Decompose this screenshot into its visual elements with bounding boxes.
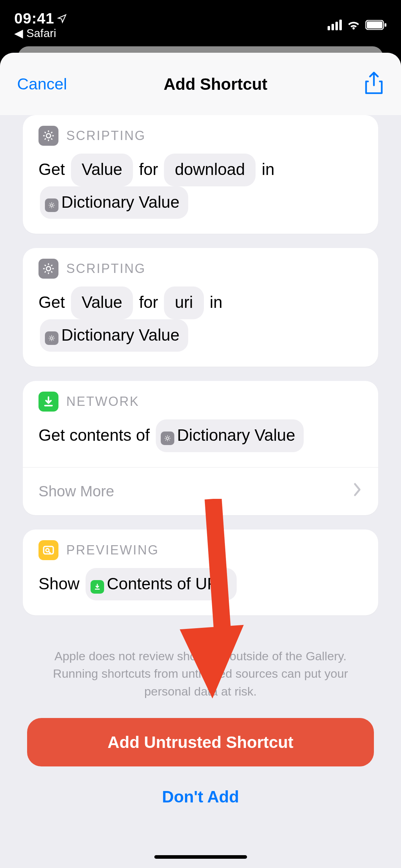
dont-add-button[interactable]: Don't Add [23, 782, 378, 811]
action-description: Get contents of Dictionary Value [38, 419, 363, 452]
add-untrusted-shortcut-button[interactable]: Add Untrusted Shortcut [27, 718, 374, 766]
show-more-row[interactable]: Show More [23, 467, 378, 515]
untrusted-warning-text: Apple does not review shortcuts outside … [23, 630, 378, 718]
value-token[interactable]: Value [71, 154, 133, 186]
action-card-get-value-uri: SCRIPTING Get Value for uri in Dictionar… [23, 248, 378, 367]
action-card-show-preview: PREVIEWING Show Contents of URL [23, 529, 378, 616]
modal-title: Add Shortcut [164, 74, 267, 94]
status-time: 09:41 [14, 10, 54, 27]
home-indicator[interactable] [154, 855, 247, 859]
svg-point-6 [51, 337, 53, 339]
action-description: Get Value for download in Dictionary Val… [38, 154, 363, 219]
chevron-right-icon [353, 482, 363, 500]
action-description: Show Contents of URL [38, 568, 363, 601]
category-label: SCRIPTING [66, 128, 146, 143]
dictionary-value-token[interactable]: Dictionary Value [40, 186, 188, 219]
svg-rect-1 [367, 21, 382, 29]
svg-point-3 [46, 134, 51, 138]
status-bar: 09:41 ◀ Safari [0, 0, 401, 50]
svg-point-5 [46, 267, 51, 271]
key-token[interactable]: download [164, 154, 256, 186]
gear-icon [38, 126, 58, 146]
add-shortcut-modal: Cancel Add Shortcut SCRIPTING [0, 53, 401, 868]
contents-of-url-token[interactable]: Contents of URL [86, 568, 237, 601]
action-description: Get Value for uri in Dictionary Value [38, 286, 363, 352]
action-card-get-value-download: SCRIPTING Get Value for download in Dict… [23, 115, 378, 234]
action-card-get-contents-url: NETWORK Get contents of Dictionary Value… [23, 381, 378, 515]
battery-icon [365, 20, 387, 30]
category-label: SCRIPTING [66, 261, 146, 276]
value-token[interactable]: Value [71, 286, 133, 319]
key-token[interactable]: uri [164, 286, 204, 319]
download-icon [38, 392, 58, 412]
gear-icon [38, 259, 58, 279]
cancel-button[interactable]: Cancel [17, 75, 67, 93]
svg-rect-2 [385, 23, 386, 27]
svg-point-4 [51, 204, 53, 206]
dictionary-value-token[interactable]: Dictionary Value [156, 419, 304, 452]
share-button[interactable] [364, 72, 384, 97]
category-label: NETWORK [66, 394, 139, 409]
location-arrow-icon [57, 14, 67, 25]
show-more-label: Show More [38, 483, 114, 500]
svg-point-7 [166, 437, 169, 440]
dictionary-value-token[interactable]: Dictionary Value [40, 319, 188, 352]
cellular-signal-icon [328, 20, 342, 30]
svg-point-9 [46, 548, 49, 552]
preview-icon [38, 540, 58, 560]
category-label: PREVIEWING [66, 543, 159, 558]
back-to-app[interactable]: ◀ Safari [14, 26, 56, 40]
modal-nav: Cancel Add Shortcut [0, 53, 401, 115]
wifi-icon [347, 20, 360, 30]
